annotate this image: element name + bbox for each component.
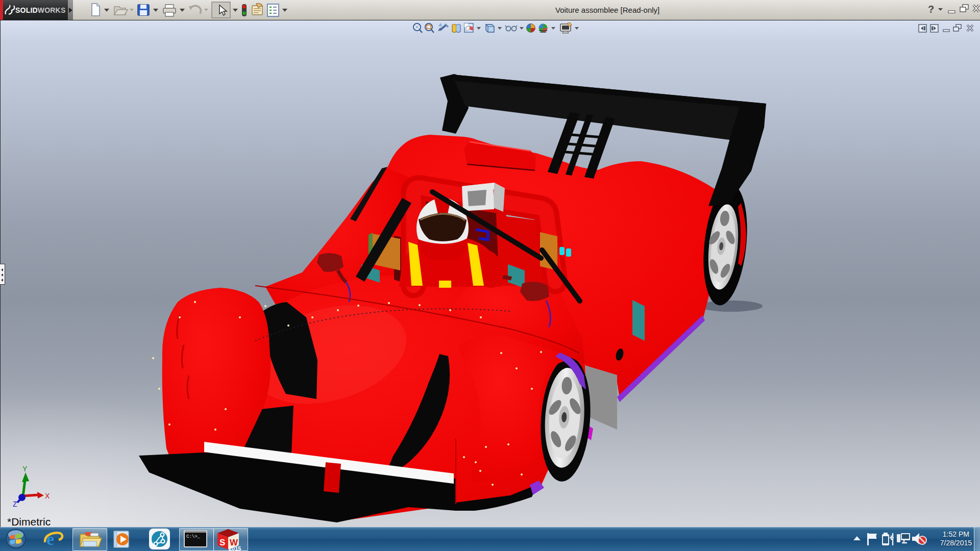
svg-text:X: X (45, 492, 50, 500)
svg-text:S: S (219, 538, 225, 547)
svg-text:Y: Y (22, 465, 28, 473)
svg-text:2015: 2015 (229, 545, 241, 551)
svg-text:Z: Z (13, 500, 17, 508)
svg-text:?: ? (928, 4, 934, 15)
svg-text:C:\>_: C:\>_ (186, 534, 201, 539)
